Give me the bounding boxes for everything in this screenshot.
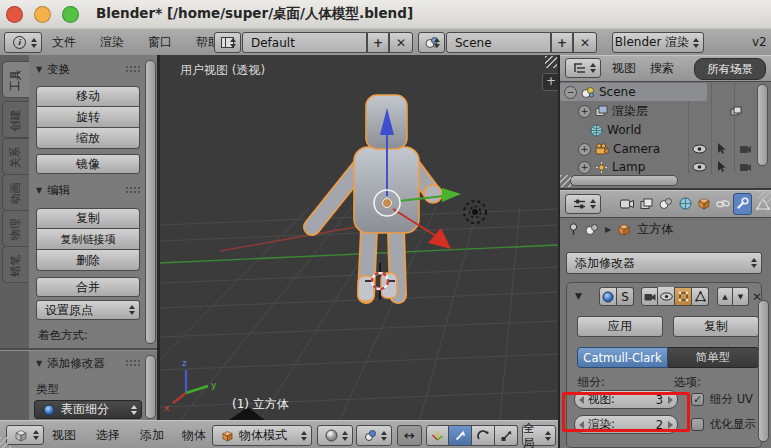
expand-icon[interactable]: + — [578, 143, 591, 156]
manipulator-translate-button[interactable] — [426, 425, 449, 446]
apply-modifier-button[interactable]: 应用 — [577, 316, 663, 337]
set-origin-dropdown[interactable]: 设置原点 — [36, 300, 140, 320]
modifier-move-down-button[interactable]: ▼ — [733, 287, 749, 306]
shelf-tab-animation[interactable]: 动画 — [2, 174, 29, 211]
pivot-point-dropdown[interactable] — [356, 425, 392, 446]
editor-type-selector-info[interactable]: i — [4, 32, 42, 53]
tab-render-icon[interactable] — [620, 198, 634, 210]
modifier-cage-toggle[interactable] — [692, 287, 709, 306]
screen-layout-selector[interactable] — [214, 32, 241, 53]
viewport-shading-dropdown[interactable] — [317, 425, 353, 446]
collapse-expander-icon[interactable]: − — [564, 86, 577, 99]
shelf-tab-relations[interactable]: 关系 — [2, 138, 29, 175]
region-resize-corner[interactable] — [560, 175, 571, 187]
menu-file[interactable]: 文件 — [52, 32, 76, 53]
delete-scene-button[interactable]: ✕ — [573, 32, 597, 53]
expand-properties-region-button[interactable]: + — [542, 73, 558, 91]
shelf-tab-grease-pencil[interactable]: 蜡笔 — [2, 246, 29, 283]
tree-item-label[interactable]: Scene — [599, 85, 636, 99]
tree-item-label[interactable]: Camera — [613, 142, 660, 156]
gizmo-x-arrow-icon[interactable] — [428, 228, 451, 249]
scene-selector[interactable] — [418, 32, 445, 53]
tree-row-scene[interactable]: − Scene — [564, 83, 636, 101]
tree-row-render-layers[interactable]: + 渲染层 — [578, 102, 648, 120]
subdivision-type-catmull-clark[interactable]: Catmull-Clark — [577, 347, 668, 368]
tree-row-lamp[interactable]: + Lamp — [578, 159, 645, 175]
tab-scene-icon[interactable] — [659, 197, 673, 210]
region-resize-corner[interactable] — [0, 437, 11, 448]
camera-render-toggle-icon[interactable] — [739, 162, 752, 172]
operator-panel-scrollbar[interactable] — [145, 355, 156, 419]
outliner-menu-search[interactable]: 搜索 — [650, 58, 674, 79]
properties-scrollbar[interactable] — [758, 300, 769, 442]
pointer-select-icon[interactable] — [717, 143, 727, 155]
scene-name-field[interactable]: Scene — [446, 32, 551, 53]
duplicate-button[interactable]: 复制 — [36, 208, 140, 229]
tab-world-icon[interactable] — [679, 197, 692, 210]
outliner-menu-view[interactable]: 视图 — [612, 58, 636, 79]
region-resize-corner[interactable] — [758, 191, 771, 204]
editor-type-selector-outliner[interactable] — [565, 58, 601, 78]
panel-header-add-modifier-operator[interactable]: ▼ 添加修改器 — [36, 356, 140, 371]
pin-icon[interactable] — [568, 223, 579, 236]
add-scene-button[interactable]: + — [551, 32, 573, 53]
region-resize-corner[interactable] — [545, 56, 557, 68]
eye-icon[interactable] — [692, 162, 707, 172]
eye-icon[interactable] — [692, 144, 707, 154]
outliner-vertical-scrollbar[interactable] — [757, 84, 768, 166]
panel-header-edit[interactable]: ▼ 编辑 — [36, 183, 140, 198]
gizmo-y-arrow-icon[interactable] — [442, 188, 461, 202]
panel-header-transform[interactable]: ▼ 变换 — [36, 62, 140, 77]
shelf-tab-tools[interactable]: 工具 — [2, 61, 29, 98]
delete-layout-button[interactable]: ✕ — [389, 32, 413, 53]
modifier-type-dropdown[interactable]: 表面细分 — [34, 400, 142, 419]
add-layout-button[interactable]: + — [367, 32, 389, 53]
camera-render-toggle-icon[interactable] — [739, 144, 752, 154]
panel-drag-handle-icon[interactable] — [125, 359, 140, 368]
manipulator-scale-button[interactable] — [495, 425, 518, 446]
view3d-menu-view[interactable]: 视图 — [52, 425, 76, 446]
tree-row-camera[interactable]: + Camera — [578, 140, 660, 158]
panel-drag-handle-icon[interactable] — [125, 65, 140, 74]
viewport-3d[interactable]: z y x 用户视图 (透视) (1) 立方体 + — [160, 55, 558, 420]
cube-icon[interactable] — [617, 223, 631, 236]
expand-icon[interactable]: + — [578, 105, 591, 118]
render-engine-selector[interactable]: Blender 渲染 — [612, 32, 704, 53]
outliner-horizontal-scrollbar[interactable] — [570, 175, 678, 186]
maximize-window-button[interactable] — [62, 6, 79, 23]
menu-render[interactable]: 渲染 — [100, 32, 124, 53]
move-button[interactable]: 移动 — [36, 86, 140, 107]
tab-render-layers-icon[interactable] — [640, 198, 653, 210]
tree-item-label[interactable]: 渲染层 — [612, 103, 648, 120]
modifier-collapse-icon[interactable]: ▼ — [575, 291, 582, 301]
modifier-name-field[interactable]: S — [617, 287, 634, 306]
tab-object-icon[interactable] — [697, 197, 711, 210]
interaction-mode-dropdown[interactable]: 物体模式 — [212, 425, 312, 446]
subdivision-type-simple[interactable]: 简单型 — [668, 347, 759, 368]
transform-orientation-dropdown[interactable]: 全局 — [522, 425, 556, 446]
duplicate-linked-button[interactable]: 复制链接项 — [36, 229, 140, 250]
outliner-display-mode-dropdown[interactable]: 所有场景 — [694, 58, 766, 80]
modifier-viewport-toggle[interactable] — [658, 287, 675, 306]
rotate-button[interactable]: 旋转 — [36, 107, 140, 128]
breadcrumb-object-name[interactable]: 立方体 — [637, 221, 673, 238]
modifier-move-up-button[interactable]: ▲ — [717, 287, 733, 306]
pointer-select-icon[interactable] — [717, 161, 727, 173]
tree-row-world[interactable]: World — [590, 121, 641, 139]
shelf-tab-physics[interactable]: 物理 — [2, 210, 29, 247]
view3d-menu-add[interactable]: 添加 — [140, 425, 164, 446]
view3d-menu-object[interactable]: 物体 — [182, 425, 206, 446]
copy-modifier-button[interactable]: 复制 — [673, 316, 759, 337]
optimal-display-checkbox[interactable] — [691, 418, 704, 431]
scale-button[interactable]: 缩放 — [36, 128, 140, 149]
manipulator-rotate-button[interactable] — [472, 425, 495, 446]
mirror-button[interactable]: 镜像 — [36, 154, 140, 174]
menu-window[interactable]: 窗口 — [148, 32, 172, 53]
tree-item-label[interactable]: Lamp — [612, 160, 645, 174]
manipulator-toggle-button[interactable]: ↔ — [397, 425, 422, 446]
subdivide-uv-option[interactable]: ✓ 细分 UV — [691, 392, 753, 407]
tab-modifiers-active[interactable] — [733, 193, 752, 215]
close-window-button[interactable] — [6, 6, 23, 23]
minimize-window-button[interactable] — [34, 6, 51, 23]
join-button[interactable]: 合并 — [36, 277, 140, 297]
